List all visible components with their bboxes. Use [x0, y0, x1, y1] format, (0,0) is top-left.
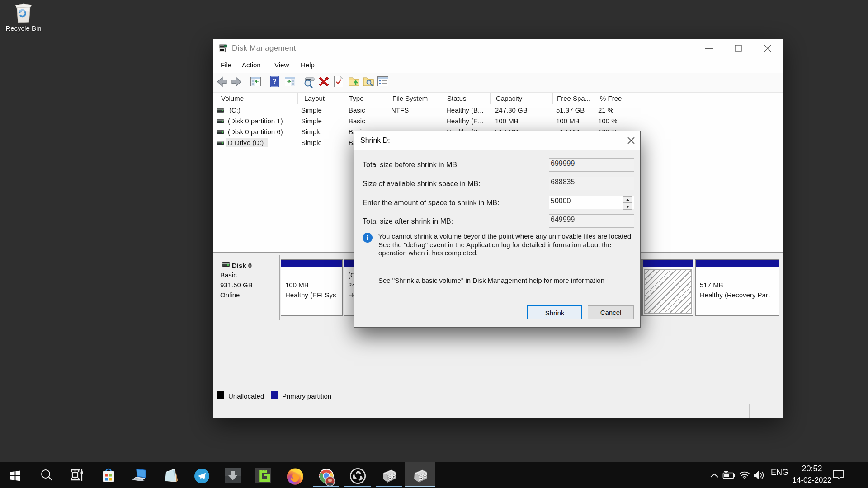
svg-text:?: ? [273, 77, 277, 86]
